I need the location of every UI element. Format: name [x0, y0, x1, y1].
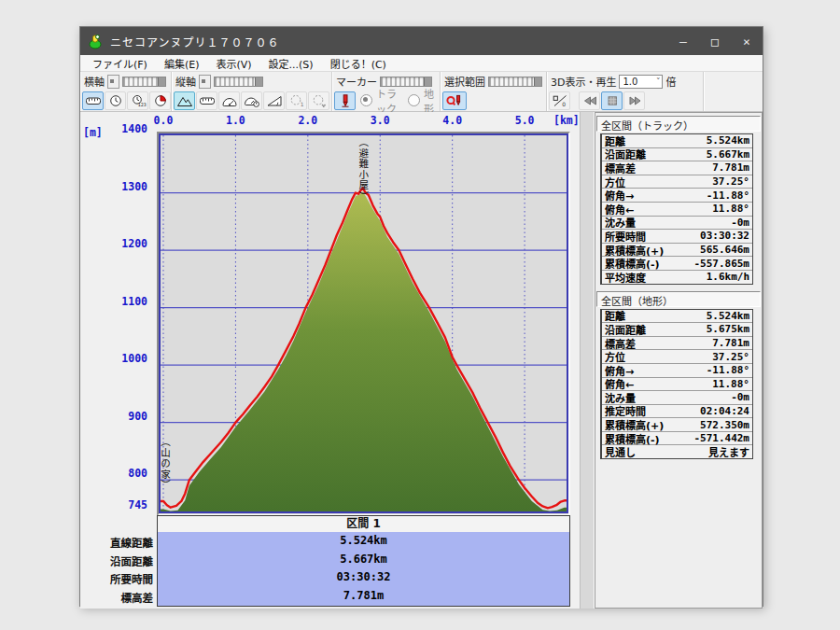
selection-marker-button[interactable]: [442, 91, 467, 110]
panel-track-group: 全区間（トラック） 距離5.524km沿面距離5.667km標高差7.781m方…: [595, 116, 762, 285]
menu-item-0[interactable]: ファイル(F): [84, 56, 156, 71]
stat-label: 推定時間: [605, 403, 646, 418]
menu-item-1[interactable]: 編集(E): [156, 56, 208, 71]
stat-label: 累積標高(+): [605, 417, 664, 432]
minimize-button[interactable]: –: [667, 27, 699, 55]
app-icon: [88, 33, 105, 49]
toolbar-filler: [704, 72, 763, 111]
stat-row: 標高差7.781m: [602, 161, 752, 175]
rewind-button[interactable]: [579, 91, 600, 110]
panel-terrain-group: 全区間（地形） 距離5.524km沿面距離5.675km標高差7.781m方位3…: [595, 291, 762, 460]
gauge-clock-icon: [244, 94, 260, 107]
toolbar-section-playback: 3D表示・再生 1.0 ˅ 倍 0: [547, 72, 704, 111]
vaxis-distance-button[interactable]: [196, 91, 217, 110]
panel-terrain-header: 全区間（地形）: [596, 291, 761, 307]
marker-pen-icon: [337, 94, 354, 107]
stat-row: 沿面距離5.675km: [602, 323, 752, 337]
section-value: 5.524km: [158, 534, 569, 553]
vaxis-elevation-button[interactable]: [174, 91, 195, 110]
section-row-label: 標高差: [82, 590, 153, 605]
x-axis-tick: 0.0: [147, 114, 179, 127]
selection-slider[interactable]: [488, 77, 542, 87]
stat-row: 累積標高(-)-557.865m: [602, 257, 752, 271]
playback-speed-button[interactable]: 0: [549, 91, 570, 110]
circle-dashed-1-icon: 1: [288, 94, 305, 107]
vaxis-pace-button[interactable]: [241, 91, 262, 110]
vaxis-option2-button[interactable]: [308, 91, 329, 110]
gauge-icon: [221, 94, 238, 107]
stat-value: -11.88°: [707, 189, 749, 202]
y-axis-tick: 800: [103, 467, 147, 480]
marker-slider[interactable]: [380, 77, 432, 87]
vertical-axis-slider[interactable]: [214, 77, 263, 87]
panel-track-table: 距離5.524km沿面距離5.667km標高差7.781m方位37.25°俯角→…: [600, 133, 753, 285]
main-content: 区間 1 5.524km5.667km03:30:327.781m 直線距離沿面…: [80, 112, 763, 609]
svg-text:1: 1: [300, 101, 303, 107]
vertical-axis-mini-button[interactable]: [199, 75, 211, 89]
section-row-label: 沿面距離: [82, 553, 153, 568]
play-button[interactable]: [623, 91, 645, 110]
pane-splitter[interactable]: [580, 112, 595, 609]
stat-row: 沈み量-0m: [602, 217, 752, 231]
toolbar: 横軸 123: [80, 72, 763, 112]
panel-terrain-title: 全区間（地形）: [601, 296, 673, 307]
section-row-label: 所要時間: [82, 571, 153, 586]
axis-time-button[interactable]: [105, 91, 126, 110]
y-axis-tick: 1100: [103, 295, 147, 308]
y-axis-tick: 1400: [103, 122, 147, 135]
panel-track-header: 全区間（トラック）: [596, 116, 761, 132]
stat-value: -571.442m: [693, 432, 749, 444]
axis-elapsed-button[interactable]: [149, 91, 171, 110]
axis-point-number-button[interactable]: 123: [127, 91, 148, 110]
marker-pen-button[interactable]: [334, 91, 356, 110]
menu-bar: ファイル(F)編集(E)表示(V)設定...(S)閉じる！(C): [80, 55, 763, 72]
menu-item-4[interactable]: 閉じる！(C): [322, 56, 395, 71]
vaxis-speed-button[interactable]: [218, 91, 240, 110]
stat-label: 方位: [605, 349, 625, 364]
horizontal-axis-mini-button[interactable]: [107, 75, 119, 89]
stat-value: 565.646m: [700, 244, 749, 256]
y-axis-tick: 1000: [103, 352, 147, 365]
x-axis-unit: [km]: [553, 114, 580, 127]
stat-value: 37.25°: [712, 351, 749, 363]
stop-button[interactable]: [601, 91, 623, 110]
chevron-down-icon: ˅: [656, 77, 661, 86]
y-axis-tick: 745: [103, 498, 147, 511]
vertical-axis-label: 縦軸: [175, 74, 196, 89]
stat-row: 沈み量-0m: [602, 391, 752, 405]
menu-item-3[interactable]: 設定...(S): [260, 56, 322, 71]
stat-value: 11.88°: [712, 378, 749, 390]
playback-speed-value: 1.0: [623, 77, 637, 87]
annotation-0: （避難小屋）: [357, 137, 368, 202]
mountain-icon: [176, 94, 193, 107]
stat-label: 累積標高(-): [605, 431, 660, 446]
stat-value: 5.524km: [707, 134, 749, 147]
maximize-button[interactable]: □: [699, 27, 731, 55]
stat-row: 累積標高(-)-571.442m: [602, 432, 752, 446]
close-button[interactable]: ×: [731, 27, 763, 55]
stat-label: 俯角←: [605, 376, 634, 391]
marker-source-radios: トラック 地形: [360, 86, 438, 116]
title-bar: ニセコアンヌプリ１７０７０６ – □ ×: [80, 27, 763, 55]
axis-distance-button[interactable]: [82, 91, 104, 110]
horizontal-axis-slider[interactable]: [122, 77, 166, 87]
vaxis-option1-button[interactable]: 1: [286, 91, 307, 110]
playback-speed-select[interactable]: 1.0 ˅: [619, 75, 663, 89]
vaxis-slope-button[interactable]: [263, 91, 285, 110]
playback-speed-icon: 0: [552, 94, 568, 107]
stat-value: -557.865m: [693, 258, 749, 270]
menu-item-2[interactable]: 表示(V): [207, 56, 259, 71]
stat-row: 累積標高(+)572.350m: [602, 418, 752, 432]
stat-label: 沈み量: [605, 390, 636, 405]
slope-angle-icon: [266, 94, 283, 107]
x-axis-tick: 3.0: [364, 114, 396, 127]
stat-row: 平均速度1.6km/h: [602, 271, 752, 284]
radio-track[interactable]: [360, 94, 372, 106]
stat-value: -0m: [731, 217, 749, 229]
clock-quarter-red-icon: [152, 94, 169, 107]
stat-label: 標高差: [605, 161, 636, 175]
radio-terrain-label: 地形: [424, 86, 438, 116]
radio-terrain[interactable]: [408, 94, 420, 106]
stat-value: 1.6km/h: [707, 271, 749, 283]
stat-row: 推定時間02:04:24: [602, 405, 752, 419]
